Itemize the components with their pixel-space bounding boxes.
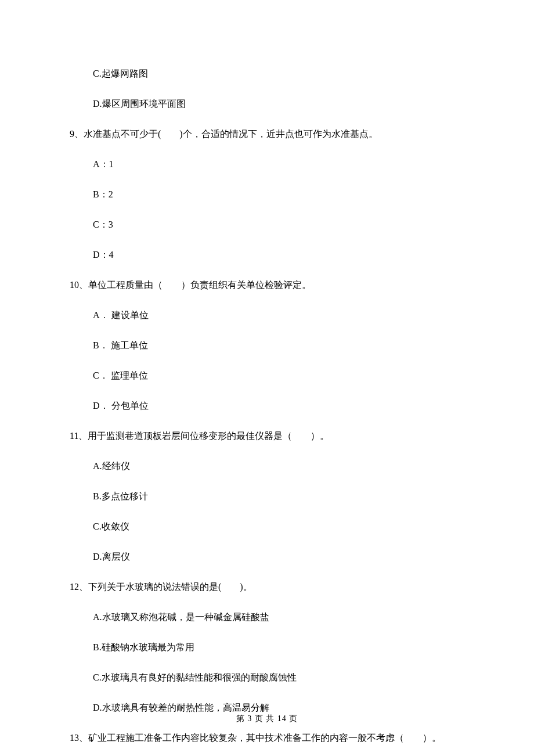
question-12: 12、下列关于水玻璃的说法错误的是( )。 [70,580,464,594]
option-a-q10: A． 建设单位 [70,308,464,322]
option-d-q11: D.离层仪 [70,550,464,564]
question-13: 13、矿业工程施工准备工作内容比较复杂，其中技术准备工作的内容一般不考虑（ ）。 [70,731,464,745]
option-b-q12: B.硅酸钠水玻璃最为常用 [70,640,464,654]
option-d-q8: D.爆区周围环境平面图 [70,97,464,111]
page-footer: 第 3 页 共 14 页 [0,712,534,725]
option-c-q11: C.收敛仪 [70,520,464,534]
option-a-q9: A：1 [70,157,464,171]
question-9: 9、水准基点不可少于( )个，合适的情况下，近井点也可作为水准基点。 [70,127,464,141]
option-a-q12: A.水玻璃又称泡花碱，是一种碱金属硅酸盐 [70,610,464,624]
option-b-q11: B.多点位移计 [70,489,464,503]
option-c-q8: C.起爆网路图 [70,67,464,81]
option-c-q9: C：3 [70,218,464,232]
option-b-q9: B：2 [70,188,464,201]
option-a-q11: A.经纬仪 [70,459,464,473]
option-c-q10: C． 监理单位 [70,369,464,383]
option-c-q12: C.水玻璃具有良好的黏结性能和很强的耐酸腐蚀性 [70,671,464,685]
question-11: 11、用于监测巷道顶板岩层间位移变形的最佳仪器是（ ）。 [70,429,464,443]
question-10: 10、单位工程质量由（ ）负责组织有关单位检验评定。 [70,278,464,292]
option-b-q10: B． 施工单位 [70,339,464,352]
option-d-q9: D：4 [70,248,464,262]
option-d-q10: D． 分包单位 [70,399,464,413]
page-content: C.起爆网路图 D.爆区周围环境平面图 9、水准基点不可少于( )个，合适的情况… [0,0,534,756]
